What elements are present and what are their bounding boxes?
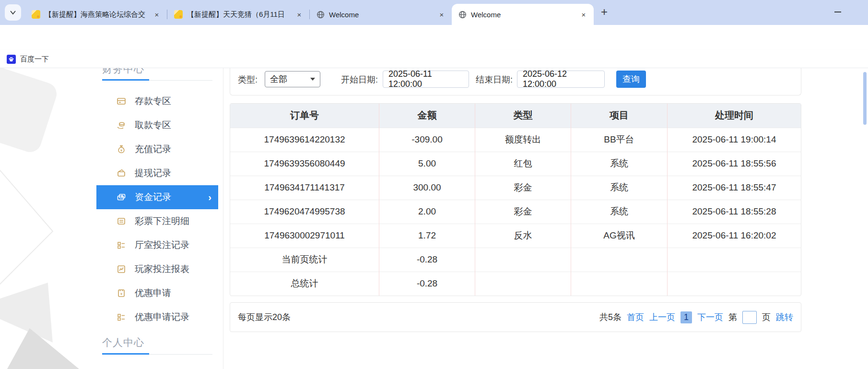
layout-list-icon [117,240,126,250]
cell-type: 反水 [475,224,571,248]
cell-amount: 1.72 [379,224,475,248]
section-title-personal: 个人中心 [102,336,144,349]
cell-empty [668,272,801,296]
cell-project: BB平台 [571,128,667,152]
cell-amount: -0.28 [379,248,475,272]
section-divider [102,354,212,355]
sidebar-menu: 存款专区 取款专区 ¥ 充值记录 [96,89,218,329]
sidebar-item-label: 提现记录 [135,167,171,179]
sidebar-item-label: 资金记录 [135,191,171,203]
sidebar: 财务中心 存款专区 取款专区 [96,68,218,369]
table-row: 1749639356080449 5.00 红包 系统 2025-06-11 1… [230,152,801,176]
cell-project: 系统 [571,176,667,200]
funds-table: 订单号 金额 类型 项目 处理时间 1749639614220132 -309.… [230,103,801,296]
browser-toolbar: ← → ⟳ ⌂ js14.cc/hhcp/usercenter.html?ini… [0,25,868,50]
sidebar-item-withdrawal-records[interactable]: 提现记录 [96,161,218,185]
folder-favicon [174,10,183,19]
cell-summary-label: 当前页统计 [230,248,379,272]
next-page-link[interactable]: 下一页 [697,311,723,323]
type-select-value: 全部 [270,73,287,85]
page-number-input[interactable] [742,311,757,324]
end-date-input[interactable]: 2025-06-12 12:00:00 [517,71,605,88]
sidebar-content-divider [223,68,223,369]
sidebar-item-label: 取款专区 [135,119,171,131]
first-page-link[interactable]: 首页 [627,311,644,323]
col-proc-time: 处理时间 [668,104,801,128]
cell-empty [571,272,667,296]
tab-welcome-1[interactable]: Welcome × [310,4,452,25]
sidebar-item-player-bet-report[interactable]: 玩家投注报表 [96,257,218,281]
sidebar-item-withdraw-zone[interactable]: 取款专区 [96,113,218,137]
fund-cards-icon [117,192,126,202]
jump-go-link[interactable]: 跳转 [776,311,793,323]
chart-icon [117,264,126,274]
cell-order-no: 1749630002971011 [230,224,379,248]
hand-coins-icon [117,120,126,130]
page-scrollbar-thumb[interactable] [863,72,867,125]
window-minimize-button[interactable] [834,12,841,12]
sidebar-item-promo-apply[interactable]: ¥ 优惠申请 [96,281,218,305]
sidebar-item-label: 存款专区 [135,95,171,107]
coupon-icon: ¥ [117,288,126,298]
section-divider [102,80,212,81]
jump-prefix-label: 第 [728,311,737,323]
chevron-down-icon [310,78,315,81]
col-order-no: 订单号 [230,104,379,128]
tab-bar: 【新提醒】海燕策略论坛综合交 × 【新提醒】天天竞猜（6月11日 × Welco… [0,0,868,25]
tab-title: Welcome [329,11,433,19]
cell-project: 系统 [571,152,667,176]
tab-close-icon[interactable]: × [579,11,588,19]
tab-forum[interactable]: 【新提醒】海燕策略论坛综合交 × [25,4,167,25]
type-label: 类型: [238,74,258,85]
table-row: 1749630002971011 1.72 反水 AG视讯 2025-06-11… [230,224,801,248]
search-button[interactable]: 查询 [616,71,646,88]
sidebar-item-funds-records[interactable]: 资金记录 › [96,185,218,209]
tab-close-icon[interactable]: × [295,11,304,19]
sidebar-item-recharge-records[interactable]: ¥ 充值记录 [96,137,218,161]
sidebar-item-label: 充值记录 [135,143,171,155]
svg-text:¥: ¥ [120,292,123,296]
cell-amount: -0.28 [379,272,475,296]
cell-amount: 300.00 [379,176,475,200]
table-row: 1749639614220132 -309.00 额度转出 BB平台 2025-… [230,128,801,152]
bookmark-baidu[interactable]: 百度一下 [7,53,49,65]
section-title-finance: 财务中心 [102,68,144,76]
sidebar-item-promo-apply-records[interactable]: 优惠申请记录 [96,305,218,329]
current-page-badge[interactable]: 1 [680,311,692,323]
sidebar-item-deposit-zone[interactable]: 存款专区 [96,89,218,113]
tab-welcome-active[interactable]: Welcome × [452,4,594,25]
cell-order-no: 1749639614220132 [230,128,379,152]
sidebar-item-label: 优惠申请记录 [135,311,189,323]
start-date-input[interactable]: 2025-06-11 12:00:00 [383,71,469,88]
page-content: 财务中心 存款专区 取款专区 [0,68,868,369]
cell-summary-label: 总统计 [230,272,379,296]
type-select[interactable]: 全部 [265,71,320,87]
table-header-row: 订单号 金额 类型 项目 处理时间 [230,104,801,128]
tab-title: 【新提醒】海燕策略论坛综合交 [45,10,148,19]
baidu-paw-icon [7,55,16,64]
col-type: 类型 [475,104,571,128]
end-date-label: 结束日期: [476,74,513,85]
decor-triangle [0,321,90,369]
cell-order-no: 1749639356080449 [230,152,379,176]
new-tab-button[interactable]: + [596,4,612,20]
cell-proc-time: 2025-06-11 18:55:28 [668,200,801,224]
tab-guess[interactable]: 【新提醒】天天竞猜（6月11日 × [167,4,309,25]
tab-close-icon[interactable]: × [437,11,446,19]
money-bag-icon: ¥ [117,144,126,154]
tab-search-button[interactable] [5,4,21,21]
cell-proc-time: 2025-06-11 18:55:56 [668,152,801,176]
table-summary-row-total: 总统计 -0.28 [230,272,801,296]
cell-empty [475,272,571,296]
browser-window: 【新提醒】海燕策略论坛综合交 × 【新提醒】天天竞猜（6月11日 × Welco… [0,0,868,369]
prev-page-link[interactable]: 上一页 [649,311,675,323]
sidebar-item-hall-bet-records[interactable]: 厅室投注记录 [96,233,218,257]
tab-title: 【新提醒】天天竞猜（6月11日 [187,10,291,19]
pagination-bar: 每页显示20条 共5条 首页 上一页 1 下一页 第 页 跳转 [230,302,801,332]
sidebar-item-lottery-bet-details[interactable]: 彩票下注明细 [96,209,218,233]
table-row: 1749634171141317 300.00 彩金 系统 2025-06-11… [230,176,801,200]
cell-order-no: 1749620474995738 [230,200,379,224]
tab-close-icon[interactable]: × [152,11,161,19]
col-amount: 金额 [379,104,475,128]
tab-title: Welcome [471,11,575,19]
